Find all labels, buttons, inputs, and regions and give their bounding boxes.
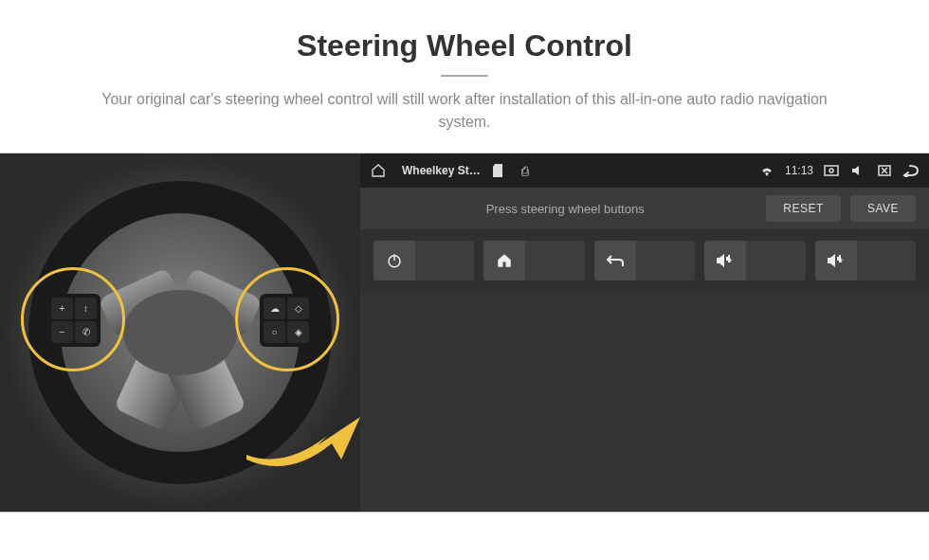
vol-up-control-1[interactable]: +: [704, 241, 805, 280]
close-x-icon[interactable]: [876, 165, 893, 176]
header: Steering Wheel Control Your original car…: [0, 0, 929, 153]
sd-icon: [490, 164, 507, 177]
home-icon: [483, 241, 525, 280]
save-button[interactable]: SAVE: [850, 195, 916, 222]
clock: 11:13: [785, 164, 813, 177]
arrow-icon: [237, 398, 360, 474]
volume-up-icon: +: [815, 241, 857, 280]
home-icon[interactable]: [370, 163, 387, 178]
return-icon: [594, 241, 636, 280]
page-subtitle: Your original car's steering wheel contr…: [76, 88, 853, 134]
volume-up-icon: +: [704, 241, 746, 280]
mapping-area: [360, 292, 929, 512]
wifi-icon: [758, 165, 775, 176]
usb-icon: ⎙: [517, 164, 534, 178]
reset-button[interactable]: RESET: [766, 195, 841, 222]
home-control[interactable]: [483, 241, 584, 280]
content-row: + ↕ − ✆ ☁ ◇ ○ ◈ Wheelkey St… ⎙: [0, 153, 929, 513]
title-divider: [441, 75, 488, 77]
svg-text:+: +: [728, 256, 733, 265]
app-title: Wheelkey St…: [402, 164, 481, 177]
power-icon: [373, 241, 415, 280]
highlight-circle-left: [21, 267, 125, 371]
head-unit-screen: Wheelkey St… ⎙ 11:13 Press: [360, 154, 929, 512]
action-bar: Press steering wheel buttons RESET SAVE: [360, 188, 929, 229]
screenshot-icon[interactable]: [823, 165, 840, 176]
svg-point-1: [829, 169, 833, 172]
vol-up-control-2[interactable]: +: [815, 241, 916, 280]
status-bar: Wheelkey St… ⎙ 11:13: [360, 154, 929, 188]
page-title: Steering Wheel Control: [38, 28, 891, 63]
back-control[interactable]: [594, 241, 695, 280]
back-icon[interactable]: [902, 164, 920, 177]
svg-rect-0: [825, 166, 838, 175]
power-control[interactable]: [373, 241, 474, 280]
highlight-circle-right: [235, 267, 339, 371]
control-buttons-row: + +: [360, 229, 929, 292]
mute-icon[interactable]: [849, 164, 866, 177]
instruction-text: Press steering wheel buttons: [373, 202, 756, 216]
svg-text:+: +: [839, 256, 844, 265]
steering-wheel-photo: + ↕ − ✆ ☁ ◇ ○ ◈: [0, 154, 360, 512]
